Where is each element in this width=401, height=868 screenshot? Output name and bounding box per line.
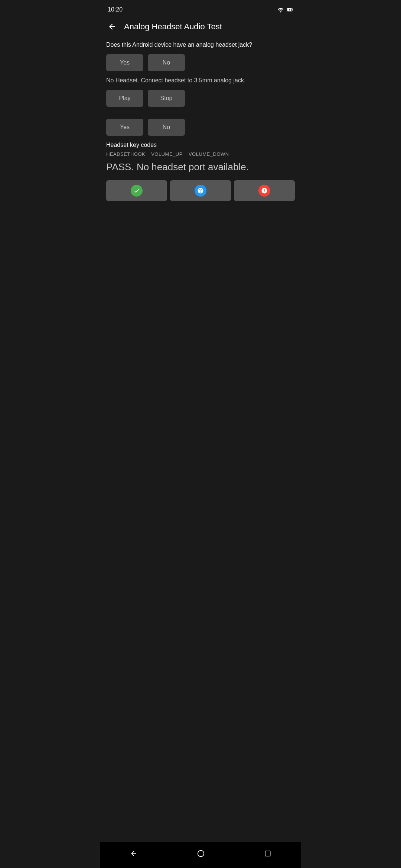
fail-action-button[interactable]: [234, 180, 295, 201]
nav-back-icon: [130, 850, 137, 857]
headset-jack-yes-button[interactable]: Yes: [106, 54, 143, 71]
play-button[interactable]: Play: [106, 90, 143, 107]
fail-icon: [258, 185, 270, 197]
svg-rect-2: [293, 9, 294, 10]
action-buttons-row: [106, 180, 295, 201]
headset-jack-question: Does this Android device have an analog …: [106, 42, 295, 48]
page-title: Analog Headset Audio Test: [124, 22, 222, 32]
spacer: [100, 527, 301, 842]
svg-point-4: [198, 851, 204, 857]
checkmark-icon: [133, 187, 140, 194]
wifi-icon: [277, 7, 284, 13]
nav-bar: [100, 842, 301, 868]
back-arrow-icon: [108, 22, 117, 31]
result-text: PASS. No headset port available.: [106, 161, 295, 173]
info-icon: [195, 185, 206, 197]
stop-button[interactable]: Stop: [148, 90, 185, 107]
nav-home-icon: [197, 849, 205, 858]
header: Analog Headset Audio Test: [100, 18, 301, 39]
key-code-volume-down: VOLUME_DOWN: [189, 151, 229, 157]
key-codes-label: Headset key codes: [106, 142, 295, 148]
back-button[interactable]: [106, 21, 118, 33]
nav-home-button[interactable]: [188, 846, 214, 861]
battery-icon: [287, 6, 293, 13]
headset-jack-no-button[interactable]: No: [148, 54, 185, 71]
svg-point-0: [280, 11, 281, 12]
status-time: 10:20: [108, 6, 123, 13]
headset-jack-button-row: Yes No: [106, 54, 295, 71]
answer-button-row: Yes No: [106, 119, 295, 136]
status-icons: [277, 6, 293, 13]
info-action-button[interactable]: [170, 180, 231, 201]
headset-instruction: No Headset. Connect headset to 3.5mm ana…: [106, 77, 295, 84]
answer-yes-button[interactable]: Yes: [106, 119, 143, 136]
key-code-headsethook: HEADSETHOOK: [106, 151, 145, 157]
pass-icon: [131, 185, 143, 197]
nav-recents-icon: [264, 850, 271, 857]
question-icon: [197, 187, 204, 194]
svg-rect-5: [265, 851, 270, 856]
status-bar: 10:20: [100, 0, 301, 18]
section-divider: [106, 113, 295, 119]
exclamation-icon: [261, 187, 268, 194]
key-codes-row: HEADSETHOOK VOLUME_UP VOLUME_DOWN: [106, 151, 295, 157]
play-stop-button-row: Play Stop: [106, 90, 295, 107]
content: Does this Android device have an analog …: [100, 39, 301, 527]
pass-action-button[interactable]: [106, 180, 167, 201]
nav-back-button[interactable]: [121, 847, 146, 860]
key-code-volume-up: VOLUME_UP: [151, 151, 183, 157]
nav-recents-button[interactable]: [255, 847, 280, 860]
answer-no-button[interactable]: No: [148, 119, 185, 136]
